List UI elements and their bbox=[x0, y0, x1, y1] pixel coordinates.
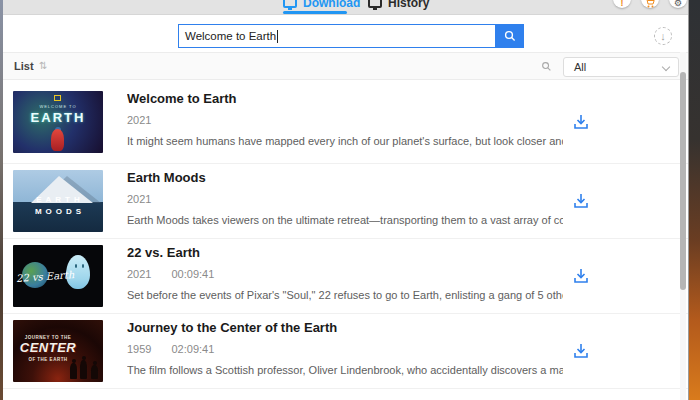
item-description: It might seem humans have mapped every i… bbox=[127, 135, 563, 147]
item-body: Welcome to Earth 2021 It might seem huma… bbox=[127, 91, 563, 153]
download-item-button[interactable] bbox=[572, 342, 590, 360]
item-description: The film follows a Scottish professor, O… bbox=[127, 364, 563, 376]
download-all-icon[interactable]: ↓ bbox=[654, 27, 672, 45]
thumb-figure bbox=[51, 129, 64, 151]
thumb-figure bbox=[80, 360, 87, 379]
search-input-value: Welcome to Earth bbox=[185, 30, 276, 42]
item-meta: 2021 bbox=[127, 193, 563, 205]
download-item-button[interactable] bbox=[572, 192, 590, 210]
search-input[interactable]: Welcome to Earth bbox=[178, 24, 496, 48]
item-title: Earth Moods bbox=[127, 170, 563, 185]
thumbnail-journey-center-earth: JOURNEY TO THE CENTER OF THE EARTH bbox=[13, 320, 103, 382]
list-item[interactable]: EARTH MOODS Earth Moods 2021 Earth Moods… bbox=[3, 164, 688, 239]
tab-history[interactable]: History bbox=[368, 0, 429, 13]
natgeo-logo bbox=[54, 95, 61, 101]
filter-dropdown[interactable]: All bbox=[563, 57, 679, 77]
download-item-button[interactable] bbox=[572, 113, 590, 131]
result-list: WELCOME TO EARTH Welcome to Earth 2021 I… bbox=[3, 80, 688, 389]
thumb-text: CENTER bbox=[17, 340, 79, 355]
item-year: 2021 bbox=[127, 114, 151, 126]
list-title: List bbox=[14, 60, 34, 72]
settings-gear-icon[interactable]: ⚙ bbox=[669, 0, 687, 8]
chevron-down-icon bbox=[662, 63, 670, 71]
feedback-icon[interactable]: ! bbox=[613, 0, 631, 8]
download-monitor-icon bbox=[283, 0, 297, 8]
item-year: 1959 bbox=[127, 343, 151, 355]
item-body: 22 vs. Earth 202100:09:41 Set before the… bbox=[127, 245, 563, 307]
thumb-figure bbox=[70, 363, 77, 379]
sort-icon[interactable]: ⇅ bbox=[39, 60, 47, 71]
thumbnail-earth-moods: EARTH MOODS bbox=[13, 170, 103, 232]
item-meta: 2021 bbox=[127, 114, 563, 126]
filter-dropdown-value: All bbox=[574, 61, 586, 73]
text-caret bbox=[277, 30, 278, 43]
search-button[interactable] bbox=[496, 24, 524, 48]
item-description: Earth Moods takes viewers on the ultimat… bbox=[127, 214, 563, 226]
download-item-button[interactable] bbox=[572, 267, 590, 285]
tab-download-label: Download bbox=[303, 0, 360, 10]
item-year: 2021 bbox=[127, 268, 151, 280]
thumb-text: MOODS bbox=[13, 207, 103, 216]
history-monitor-icon bbox=[368, 0, 382, 8]
thumbnail-22-vs-earth: 22 vs Earth bbox=[13, 245, 103, 307]
tab-history-label: History bbox=[388, 0, 429, 10]
active-tab-indicator bbox=[283, 11, 347, 14]
item-year: 2021 bbox=[127, 193, 151, 205]
list-item[interactable]: JOURNEY TO THE CENTER OF THE EARTH Journ… bbox=[3, 314, 688, 389]
scrollbar-thumb[interactable] bbox=[680, 72, 686, 290]
item-meta: 202100:09:41 bbox=[127, 268, 563, 280]
filter-search-icon[interactable] bbox=[541, 61, 552, 72]
thumb-text: EARTH bbox=[13, 110, 103, 125]
item-title: Welcome to Earth bbox=[127, 91, 563, 106]
thumb-text: EARTH bbox=[13, 195, 103, 204]
thumb-figure bbox=[91, 365, 98, 379]
downloader-app: Download History ! ⚙ Welcome to Earth ↓ bbox=[3, 0, 689, 400]
desktop-wallpaper-right bbox=[689, 0, 700, 400]
thumb-text: WELCOME TO bbox=[13, 104, 103, 109]
item-title: Journey to the Center of the Earth bbox=[127, 320, 563, 335]
item-duration: 00:09:41 bbox=[171, 268, 214, 280]
list-item[interactable]: WELCOME TO EARTH Welcome to Earth 2021 I… bbox=[3, 80, 688, 164]
search-section: Welcome to Earth ↓ bbox=[3, 15, 688, 52]
cart-icon[interactable] bbox=[641, 0, 659, 8]
tab-bar: Download History ! ⚙ bbox=[3, 0, 688, 15]
list-header: List ⇅ All bbox=[3, 52, 688, 80]
thumb-text: OF THE EARTH bbox=[19, 357, 77, 362]
item-meta: 195902:09:41 bbox=[127, 343, 563, 355]
item-body: Earth Moods 2021 Earth Moods takes viewe… bbox=[127, 170, 563, 232]
item-title: 22 vs. Earth bbox=[127, 245, 563, 260]
item-body: Journey to the Center of the Earth 19590… bbox=[127, 320, 563, 382]
app-window: Download History ! ⚙ Welcome to Earth ↓ bbox=[0, 0, 700, 400]
item-description: Set before the events of Pixar's "Soul,"… bbox=[127, 289, 563, 301]
item-duration: 02:09:41 bbox=[171, 343, 214, 355]
thumb-figure bbox=[75, 264, 77, 268]
thumbnail-welcome-to-earth: WELCOME TO EARTH bbox=[13, 91, 103, 153]
list-item[interactable]: 22 vs Earth 22 vs. Earth 202100:09:41 Se… bbox=[3, 239, 688, 314]
